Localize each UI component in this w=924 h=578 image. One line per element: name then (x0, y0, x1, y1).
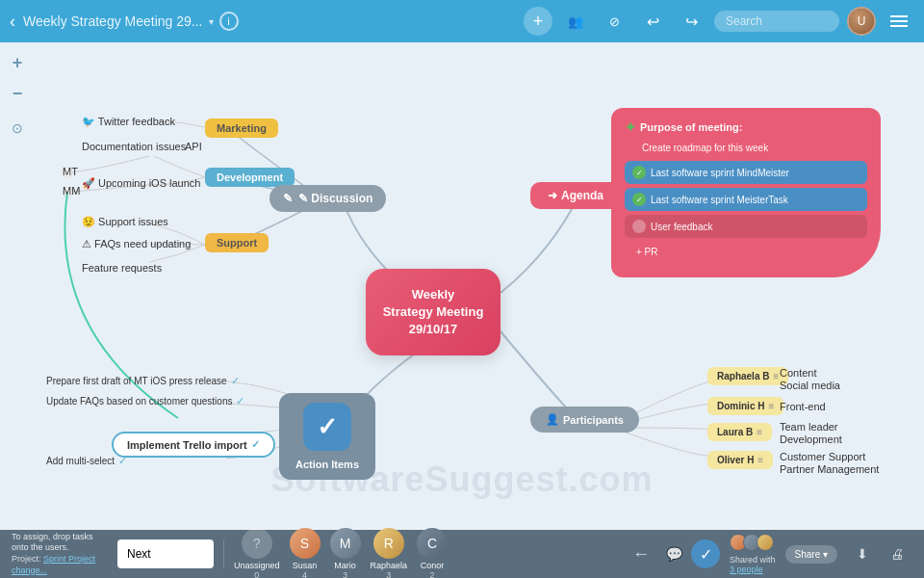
shared-avatar-3 (757, 534, 774, 551)
toolbar-icons: + 👥 ⊘ ↩ ↪ U (524, 6, 914, 37)
trello-import-button[interactable]: Implement Trello import ✓ (112, 432, 275, 458)
search-input[interactable] (714, 11, 839, 32)
change-link[interactable]: change... (12, 565, 47, 575)
agenda-header: ✦ Purpose of meeting: (625, 119, 867, 135)
agenda-panel: ✦ Purpose of meeting: Create roadmap for… (611, 108, 881, 277)
action-items-node[interactable]: ✓ Action Items (279, 393, 375, 480)
info-button[interactable]: i (219, 12, 239, 31)
arrow-icon: ➜ (548, 189, 557, 202)
back-button[interactable]: ‹ (10, 12, 15, 32)
check-done-button[interactable]: ✓ (691, 539, 720, 568)
action-leaf-4: Add multi-select ✓ (46, 455, 127, 467)
user-conor[interactable]: C Conor 2 (417, 528, 448, 578)
api-label: API (185, 141, 202, 152)
mm-label: MM (63, 185, 80, 197)
development-tag[interactable]: Development (205, 168, 295, 187)
title-area: Weekly Strategy Meeting 29... ▾ (23, 13, 214, 29)
agenda-item-2[interactable]: ✓ Last software sprint MeisterTask (625, 188, 867, 211)
print-button[interactable]: 🖨 (882, 539, 912, 569)
role-oliver-1: Customer Support (780, 451, 865, 462)
shared-label: Shared with 3 people (730, 555, 776, 574)
support-tag[interactable]: Support (205, 233, 269, 252)
assign-info: To assign, drop tasks onto the users. Pr… (12, 532, 108, 577)
role-laura-1: Team leader (780, 421, 838, 433)
shared-avatars (730, 534, 770, 551)
share-button[interactable]: Share ▾ (785, 545, 837, 564)
participant-dominic[interactable]: Dominic H ≡ (707, 397, 783, 415)
check-icon: ✓ (632, 166, 646, 179)
add-node-button[interactable]: + (524, 7, 552, 36)
redo-button[interactable]: ↪ (676, 6, 706, 37)
agenda-item-4[interactable]: + PR (625, 242, 867, 262)
role-raphaela-1: Content (780, 367, 817, 379)
central-node[interactable]: Weekly Strategy Meeting 29/10/17 (366, 269, 500, 355)
download-button[interactable]: ⬇ (847, 539, 878, 569)
share-icon-button[interactable]: 👥 (560, 6, 591, 37)
user-susan[interactable]: S Susan 4 (290, 528, 321, 578)
zoom-out-button[interactable]: − (5, 81, 30, 106)
bottom-right-icons: ⬇ 🖨 (847, 539, 912, 569)
support-issues: 😟 Support issues (82, 216, 168, 228)
agenda-node[interactable]: ➜ Agenda (530, 182, 621, 209)
role-dominic: Front-end (780, 401, 826, 412)
person-icon: 👤 (546, 413, 559, 426)
action-leaf-1: Prepare first draft of MT iOS press rele… (46, 375, 240, 387)
shared-people-link[interactable]: 3 people (730, 565, 763, 574)
user-unassigned[interactable]: ? Unassigned 0 (234, 528, 280, 578)
ios-launch: 🚀 Upcoming iOS launch (82, 177, 200, 190)
green-dot: ✦ (625, 119, 636, 135)
chevron-down-icon[interactable]: ▾ (209, 16, 214, 27)
zoom-in-button[interactable]: + (5, 50, 30, 75)
canvas: + − ⊙ (0, 42, 924, 529)
participant-oliver[interactable]: Oliver H ≡ (707, 451, 773, 469)
shared-section: Shared with 3 people (730, 534, 776, 574)
block-icon-button[interactable]: ⊘ (599, 6, 629, 37)
agenda-item-1[interactable]: ✓ Last software sprint MindMeister (625, 161, 867, 184)
back-bottom-button[interactable]: ← (626, 539, 656, 569)
undo-button[interactable]: ↩ (637, 6, 668, 37)
role-laura-2: Development (780, 434, 842, 445)
raphaela-avatar: R (373, 528, 404, 559)
bottom-icons: ← 💬 ✓ (626, 539, 720, 569)
marketing-tag[interactable]: Marketing (205, 118, 278, 138)
menu-button[interactable] (884, 6, 914, 37)
topbar: ‹ Weekly Strategy Meeting 29... ▾ i + 👥 … (0, 0, 924, 42)
check-icon: ✓ (303, 403, 351, 451)
user-raphaela[interactable]: R Raphaela 3 (371, 528, 408, 578)
circle-icon (632, 220, 646, 233)
susan-avatar: S (290, 528, 321, 559)
discussion-node[interactable]: ✎ ✎ Discussion (270, 185, 386, 212)
locate-button[interactable]: ⊙ (5, 116, 30, 141)
action-leaf-2: Update FAQs based on customer questions … (46, 395, 244, 407)
bottombar: To assign, drop tasks onto the users. Pr… (0, 530, 924, 578)
agenda-subheader: Create roadmap for this week (625, 143, 867, 153)
feature-requests: Feature requests (82, 262, 162, 274)
conor-avatar: C (417, 528, 448, 559)
participants-node[interactable]: 👤 Participants (530, 407, 639, 433)
page-title: Weekly Strategy Meeting 29... (23, 13, 203, 29)
unassigned-avatar: ? (242, 528, 272, 559)
faqs-updating: ⚠ FAQs need updating (82, 238, 191, 250)
doc-issues: Documentation issues (82, 141, 186, 152)
left-sidebar: + − ⊙ (0, 42, 35, 529)
agenda-item-3[interactable]: User feedback (625, 215, 867, 238)
user-mario[interactable]: M Mario 3 (330, 528, 361, 578)
check-icon: ✓ (632, 193, 646, 206)
project-link[interactable]: Sprint Project (43, 554, 95, 564)
twitter-feedback: 🐦 Twitter feedback (82, 116, 175, 128)
mario-avatar: M (330, 528, 361, 559)
avatar[interactable]: U (847, 7, 876, 36)
chat-button[interactable]: 💬 (658, 539, 689, 569)
pencil-icon: ✎ (283, 192, 293, 205)
participant-raphaela[interactable]: Raphaela B ≡ (707, 367, 788, 385)
role-raphaela-2: Social media (780, 380, 840, 391)
role-oliver-2: Partner Management (780, 463, 879, 475)
mt-label: MT (63, 166, 78, 177)
participant-laura[interactable]: Laura B ≡ (707, 423, 772, 441)
task-input[interactable] (117, 539, 214, 568)
